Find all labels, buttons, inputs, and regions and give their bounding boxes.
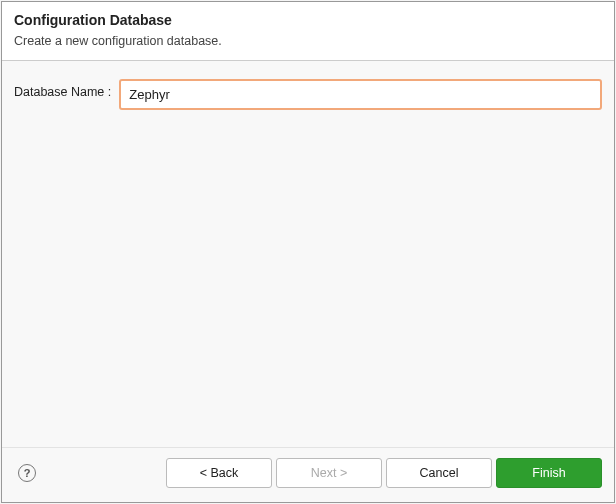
wizard-dialog: Configuration Database Create a new conf… [1,1,615,503]
next-button: Next > [276,458,382,488]
back-button[interactable]: < Back [166,458,272,488]
dialog-body: Database Name : [2,61,614,447]
database-name-input[interactable] [119,79,602,110]
dialog-subtitle: Create a new configuration database. [14,34,602,48]
dialog-header: Configuration Database Create a new conf… [2,2,614,61]
finish-button[interactable]: Finish [496,458,602,488]
help-icon[interactable]: ? [18,464,36,482]
cancel-button[interactable]: Cancel [386,458,492,488]
dialog-title: Configuration Database [14,12,602,28]
dialog-footer: ? < Back Next > Cancel Finish [2,447,614,502]
database-name-label: Database Name : [14,79,111,99]
